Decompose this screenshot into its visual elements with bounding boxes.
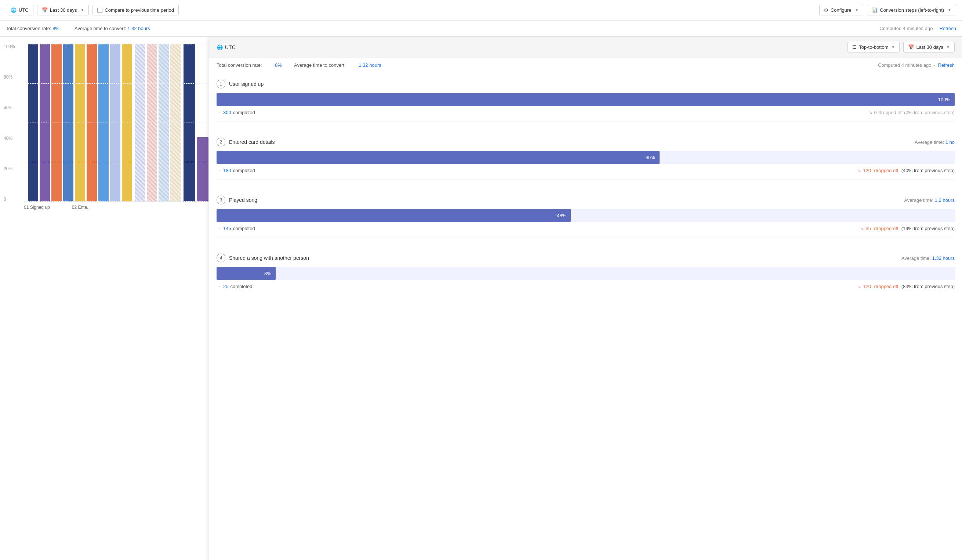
toolbar-right: ⚙ Configure ▼ 📊 Conversion steps (left-t…	[819, 5, 956, 15]
chevron-down-icon: ▼	[855, 8, 859, 12]
y-label-40: 40%	[4, 136, 15, 141]
step-4-completed-num: 25	[223, 284, 228, 289]
step-1-dropped: ↘ 0 dropped off (0% from previous step)	[868, 110, 955, 115]
step-1-title: User signed up	[229, 81, 955, 87]
step-1-completed-num: 300	[223, 110, 231, 115]
step-4-dropped-label: dropped off	[873, 284, 898, 289]
y-label-60: 60%	[4, 105, 15, 110]
bar-s4[interactable]	[170, 44, 181, 202]
bar-3[interactable]	[52, 44, 62, 202]
step-3-time-value: 1.2 hours	[935, 197, 955, 203]
main-content: 100% 80% 60% 40% 20% 0	[0, 37, 962, 560]
step-4-dropped-detail: (83% from previous step)	[900, 284, 955, 289]
step-3-dropped: ↘ 35 dropped off (19% from previous step…	[860, 226, 955, 231]
stats-bar: Total conversion rate: 8% Average time t…	[0, 21, 962, 37]
step-2-dropped-detail: (40% from previous step)	[900, 168, 955, 173]
date-range-label: Last 30 days	[50, 7, 77, 13]
arrow-icon: →	[216, 168, 221, 173]
calendar-icon: 📅	[42, 7, 48, 13]
step-4-dropped-num: 120	[863, 284, 871, 289]
total-rate-label: Total conversion rate:	[6, 26, 52, 31]
globe-icon: 🌐	[216, 44, 223, 50]
checkbox-icon	[97, 8, 102, 13]
bar-9[interactable]	[122, 44, 132, 202]
bar-7[interactable]	[98, 44, 109, 202]
avg-time-stat: Average time to convert: 1.32 hours	[74, 26, 150, 31]
refresh-link[interactable]: Refresh	[939, 26, 956, 31]
conversion-steps-label: Conversion steps (left-to-right)	[880, 7, 944, 13]
bar-s1[interactable]	[135, 44, 145, 202]
step-4-avg-time: Average time: 1.32 hours	[901, 255, 955, 261]
bar-8[interactable]	[110, 44, 120, 202]
funnel-step-2: 2 Entered card details Average time: 1 h…	[216, 130, 955, 179]
bar-4[interactable]	[63, 44, 73, 202]
arrow-icon: →	[216, 110, 221, 115]
drop-arrow-icon: ↘	[860, 226, 864, 231]
step-1-dropped-num: 0	[874, 110, 877, 115]
compare-label: Compare to previous time period	[105, 7, 174, 13]
step-2-stats: → 180 completed ↘ 120 dropped off (40% f…	[216, 168, 955, 173]
y-label-100: 100%	[4, 44, 15, 49]
chart-area: 100% 80% 60% 40% 20% 0	[0, 37, 213, 560]
step-2-dropped-num: 120	[863, 168, 871, 173]
panel-refresh-link[interactable]: Refresh	[938, 62, 955, 68]
chevron-down-icon: ▼	[81, 8, 84, 12]
bar-1[interactable]	[28, 44, 38, 202]
bar-5[interactable]	[75, 44, 85, 202]
bar-step2-2[interactable]	[197, 137, 208, 202]
chevron-down-icon: ▼	[891, 45, 895, 49]
step-2-title: Entered card details	[229, 139, 911, 145]
bar-step2-1[interactable]	[184, 44, 195, 202]
funnel-step-4: 4 Shared a song with another person Aver…	[216, 246, 955, 289]
chart-label-1: 01 Signed up	[24, 205, 50, 210]
step-1-progress-bar: 100%	[216, 93, 955, 106]
step-4-stats: → 25 completed ↘ 120 dropped off (83% fr…	[216, 284, 955, 289]
date-range-button[interactable]: 📅 Last 30 days ▼	[37, 5, 89, 15]
chart-label-2: 02 Ente...	[72, 205, 90, 210]
bar-6[interactable]	[87, 44, 97, 202]
step-4-completed: → 25 completed	[216, 284, 252, 289]
calendar-icon: 📅	[908, 44, 914, 50]
step-1-progress-label: 100%	[938, 97, 950, 102]
panel-header-controls: ☰ Top-to-bottom ▼ 📅 Last 30 days ▼	[847, 42, 955, 52]
step-3-title: Played song	[229, 197, 900, 203]
step-4-time-value: 1.32 hours	[932, 255, 955, 261]
avg-time-label: Average time to convert:	[74, 26, 126, 31]
step-2-progress-label: 60%	[646, 155, 655, 160]
y-label-20: 20%	[4, 166, 15, 171]
globe-icon: 🌐	[11, 7, 16, 13]
bar-s3[interactable]	[158, 44, 169, 202]
drop-arrow-icon: ↘	[868, 110, 872, 115]
utc-button[interactable]: 🌐 UTC	[6, 5, 33, 15]
funnel-steps: 1 User signed up 100% → 300 completed	[209, 72, 962, 560]
configure-button[interactable]: ⚙ Configure ▼	[819, 5, 863, 15]
avg-time-value: 1.32 hours	[128, 26, 150, 31]
stat-divider	[67, 25, 67, 32]
panel-stats: Total conversion rate: 8% Average time t…	[209, 58, 962, 72]
bar-s2[interactable]	[147, 44, 157, 202]
panel-utc: 🌐 UTC	[216, 44, 236, 50]
step-4-header: 4 Shared a song with another person Aver…	[216, 253, 955, 262]
step-4-progress-container: 8%	[216, 267, 955, 280]
step-3-separator	[216, 237, 955, 237]
panel-date-range-select[interactable]: 📅 Last 30 days ▼	[903, 42, 955, 52]
panel-stats-divider	[288, 62, 288, 68]
step-2-completed: → 180 completed	[216, 168, 255, 173]
step-1-header: 1 User signed up	[216, 80, 955, 89]
chart-labels-row: 01 Signed up 02 Ente...	[24, 205, 209, 210]
bar-2[interactable]	[40, 44, 50, 202]
step-1-stats: → 300 completed ↘ 0 dropped off (0% from…	[216, 110, 955, 115]
step-1-number: 1	[216, 80, 225, 89]
step-2-progress-container: 60%	[216, 151, 955, 164]
step-2-separator	[216, 179, 955, 179]
panel-date-range-label: Last 30 days	[916, 44, 943, 50]
top-to-bottom-select[interactable]: ☰ Top-to-bottom ▼	[847, 42, 900, 52]
conversion-steps-button[interactable]: 📊 Conversion steps (left-to-right) ▼	[867, 5, 956, 15]
step-2-avg-time: Average time: 1 ho	[915, 139, 955, 145]
compare-button[interactable]: Compare to previous time period	[92, 5, 179, 15]
arrow-icon: →	[216, 226, 221, 231]
arrow-icon: →	[216, 284, 221, 289]
drop-arrow-icon: ↘	[857, 168, 861, 173]
panel-computed: Computed 4 minutes ago · Refresh	[878, 62, 955, 68]
total-rate-stat: Total conversion rate: 8%	[6, 26, 60, 31]
